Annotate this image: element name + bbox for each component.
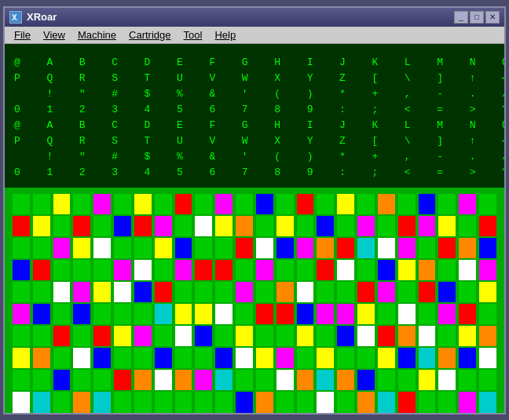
bar-cell — [357, 304, 375, 324]
bar-cell — [398, 392, 416, 412]
menu-item-machine[interactable]: Machine — [71, 27, 123, 42]
bar-cell — [236, 348, 253, 368]
bar-cell — [175, 348, 192, 368]
bar-column — [438, 194, 456, 413]
bar-cell — [195, 348, 212, 368]
bar-cell — [134, 282, 152, 302]
bar-column — [398, 194, 416, 413]
bar-cell — [398, 326, 416, 346]
bar-cell — [175, 370, 192, 390]
bar-cell — [13, 238, 30, 258]
bar-cell — [73, 194, 90, 214]
bar-cell — [297, 282, 314, 302]
screen-area: @ A B C D E F G H I J K L M N OP Q R S T… — [5, 44, 504, 413]
bar-column — [114, 194, 131, 413]
bar-cell — [93, 370, 111, 390]
bar-cell — [438, 348, 456, 368]
bar-cell — [195, 370, 212, 390]
bar-cell — [317, 282, 334, 302]
bar-column — [459, 194, 476, 413]
bar-cell — [459, 260, 476, 280]
bar-cell — [134, 304, 152, 324]
menu-item-view[interactable]: View — [37, 27, 71, 42]
bar-cell — [73, 216, 90, 236]
bar-column — [195, 194, 212, 413]
bar-cell — [236, 370, 253, 390]
bar-cell — [114, 260, 131, 280]
bar-cell — [317, 392, 334, 412]
bar-cell — [438, 194, 456, 214]
maximize-button[interactable]: □ — [470, 11, 484, 24]
text-row: 0 1 2 3 4 5 6 7 8 9 : ; < = > ? — [14, 102, 495, 118]
bar-column — [378, 194, 395, 413]
bar-cell — [438, 260, 456, 280]
bar-cell — [134, 238, 152, 258]
bar-cell — [215, 348, 233, 368]
minimize-button[interactable]: _ — [454, 11, 468, 24]
bar-cell — [195, 238, 212, 258]
bar-cell — [33, 216, 50, 236]
bar-cell — [378, 238, 395, 258]
bar-cell — [215, 392, 233, 412]
bar-cell — [155, 370, 172, 390]
bar-cell — [134, 260, 152, 280]
bar-cell — [73, 282, 90, 302]
bar-cell — [236, 216, 253, 236]
bar-cell — [479, 216, 496, 236]
bar-cell — [419, 326, 436, 346]
bar-cell — [215, 238, 233, 258]
bar-cell — [317, 370, 334, 390]
bar-cell — [357, 238, 375, 258]
close-button[interactable]: ✕ — [485, 11, 500, 24]
bar-cell — [33, 238, 50, 258]
bar-cell — [13, 216, 30, 236]
bar-cell — [317, 260, 334, 280]
bar-cell — [53, 392, 71, 412]
bar-column — [479, 194, 496, 413]
bar-cell — [459, 304, 476, 324]
bar-cell — [459, 238, 476, 258]
bar-cell — [33, 348, 50, 368]
window-controls: _ □ ✕ — [454, 11, 500, 24]
text-row: 0 1 2 3 4 5 6 7 8 9 : ; < = > ? — [14, 165, 495, 181]
menu-items: FileViewMachineCartridgeToolHelp — [8, 27, 242, 42]
bar-cell — [398, 260, 416, 280]
bar-cell — [155, 260, 172, 280]
bar-column — [33, 194, 50, 413]
bar-cell — [438, 326, 456, 346]
bar-cell — [114, 304, 131, 324]
bar-cell — [13, 392, 30, 412]
bar-cell — [419, 304, 436, 324]
menu-item-cartridge[interactable]: Cartridge — [123, 27, 177, 42]
bar-cell — [215, 370, 233, 390]
bar-cell — [155, 238, 172, 258]
bar-cell — [256, 194, 273, 214]
bar-column — [297, 194, 314, 413]
bar-cell — [114, 392, 131, 412]
bar-cell — [337, 282, 354, 302]
bar-cell — [215, 194, 233, 214]
bar-cell — [93, 260, 111, 280]
bar-cell — [236, 304, 253, 324]
bar-cell — [256, 238, 273, 258]
bar-cell — [114, 348, 131, 368]
bar-cell — [195, 216, 212, 236]
bar-cell — [195, 282, 212, 302]
bar-cell — [297, 326, 314, 346]
bar-cell — [459, 392, 476, 412]
bar-column — [357, 194, 375, 413]
bar-cell — [297, 216, 314, 236]
bar-cell — [236, 238, 253, 258]
bar-cell — [175, 216, 192, 236]
menu-item-help[interactable]: Help — [208, 27, 242, 42]
menu-item-file[interactable]: File — [8, 27, 37, 42]
menu-item-tool[interactable]: Tool — [178, 27, 209, 42]
bar-cell — [73, 304, 90, 324]
bar-cell — [398, 304, 416, 324]
bar-cell — [297, 348, 314, 368]
bar-cell — [276, 370, 294, 390]
bar-cell — [378, 304, 395, 324]
bar-cell — [73, 260, 90, 280]
bar-cell — [459, 282, 476, 302]
text-rows: @ A B C D E F G H I J K L M N OP Q R S T… — [14, 55, 495, 181]
